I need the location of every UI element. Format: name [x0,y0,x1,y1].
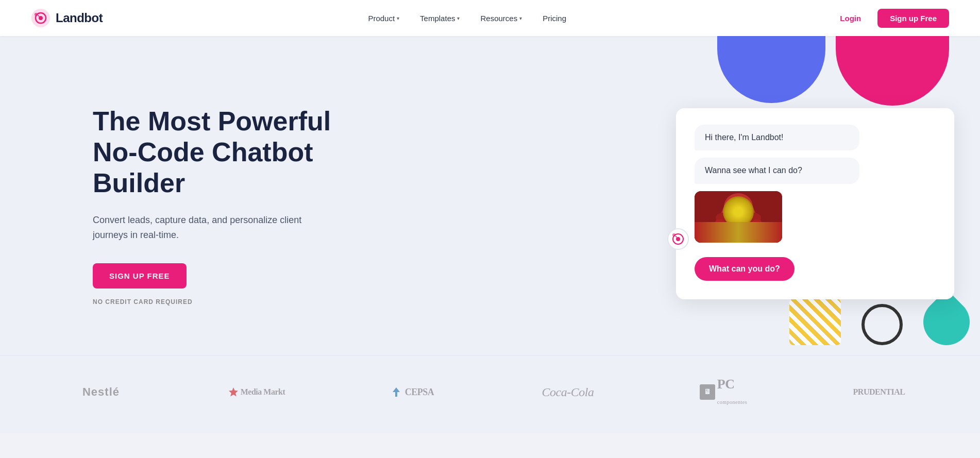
svg-rect-17 [731,214,746,216]
nav-product[interactable]: Product ▾ [360,10,408,27]
logo-prudential: PRUDENTIAL [809,387,949,397]
logo-text: Landbot [56,11,103,25]
svg-point-20 [676,237,680,241]
cepsa-arrow-icon [391,386,402,398]
mediamarkt-star-icon [228,387,239,397]
svg-rect-16 [752,219,762,235]
bottom-decorations [671,294,980,355]
nav-templates[interactable]: Templates ▾ [412,10,468,27]
navbar: Landbot Product ▾ Templates ▾ Resources … [0,0,980,36]
circle-outline-shape [861,304,903,345]
chevron-down-icon: ▾ [397,15,399,21]
ironman-decoration [695,191,782,243]
svg-point-9 [731,214,746,225]
logo-icon [31,8,50,28]
svg-point-10 [734,216,742,223]
chat-bubble-1: Hi there, I'm Landbot! [695,125,859,150]
bot-avatar [667,228,689,252]
svg-rect-15 [715,219,724,235]
chat-image [695,191,782,243]
nav-resources[interactable]: Resources ▾ [472,10,530,27]
chat-action-button[interactable]: What can you do? [695,257,795,281]
chevron-down-icon: ▾ [457,15,460,21]
svg-rect-12 [740,203,746,206]
hero-right: Hi there, I'm Landbot! Wanna see what I … [671,36,980,355]
nav-actions: Login Sign up Free [832,9,949,28]
chat-messages: Hi there, I'm Landbot! Wanna see what I … [695,125,936,243]
svg-point-7 [720,199,756,240]
svg-rect-11 [731,203,737,206]
logo-cocacola: Coca-Cola [498,385,638,399]
blob-blue-decoration [717,36,825,103]
hero-cta-button[interactable]: SIGN UP FREE [93,263,187,289]
hero-section: The Most Powerful No-Code Chatbot Builde… [0,36,980,355]
hero-title: The Most Powerful No-Code Chatbot Builde… [93,106,350,198]
svg-point-8 [724,193,753,220]
ironman-svg [695,191,782,243]
logos-section: Nestlé Media Markt CEPSA Coca-Cola 🖥 PCc… [0,355,980,433]
svg-rect-6 [695,222,782,243]
chat-bubble-2: Wanna see what I can do? [695,158,859,183]
chat-card: Hi there, I'm Landbot! Wanna see what I … [676,108,954,299]
hero-left: The Most Powerful No-Code Chatbot Builde… [0,86,350,337]
logo-nestle: Nestlé [31,385,171,399]
svg-point-3 [35,13,38,16]
nav-links: Product ▾ Templates ▾ Resources ▾ Pricin… [360,10,575,27]
blob-pink-decoration [836,36,949,106]
chevron-down-icon: ▾ [519,15,522,21]
hero-subtitle: Convert leads, capture data, and persona… [93,213,330,243]
svg-point-2 [39,16,43,20]
logo[interactable]: Landbot [31,8,103,28]
logo-cepsa: CEPSA [342,386,482,398]
svg-marker-24 [393,387,400,397]
no-credit-card-label: NO CREDIT CARD REQUIRED [93,298,193,306]
svg-marker-23 [229,387,238,397]
svg-point-21 [672,233,675,236]
logo-pc-componentes: 🖥 PCcomponentes [653,377,793,408]
signup-button[interactable]: Sign up Free [877,9,949,28]
login-button[interactable]: Login [832,10,869,27]
logo-mediamarkt: Media Markt [187,387,327,397]
striped-shape [789,299,841,345]
bot-avatar-icon [667,228,689,250]
svg-rect-5 [695,191,782,243]
nav-pricing[interactable]: Pricing [534,10,575,27]
